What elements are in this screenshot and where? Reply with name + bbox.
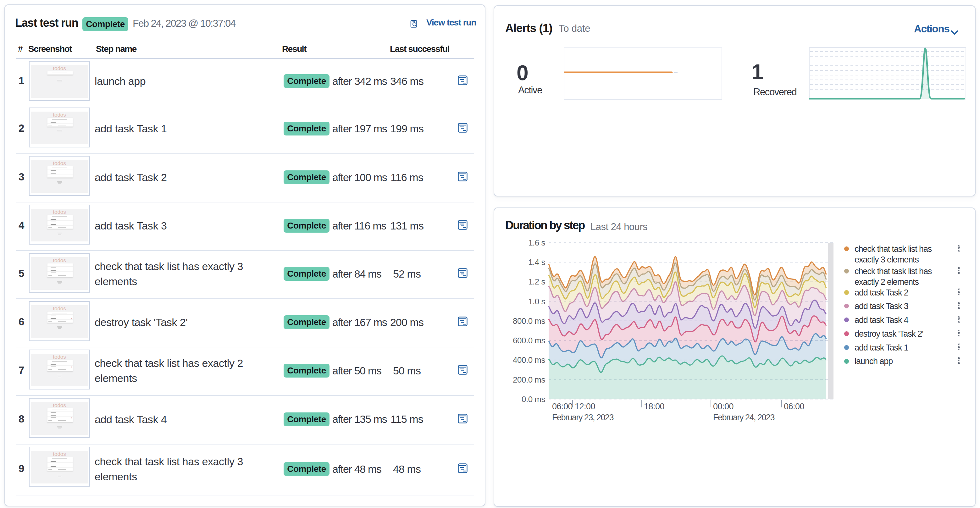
svg-text:0.0 ms: 0.0 ms [522, 395, 546, 404]
svg-text:06:00: 06:00 [784, 402, 804, 411]
svg-text:400.0 ms: 400.0 ms [513, 355, 545, 365]
svg-text:February 23, 2023: February 23, 2023 [552, 413, 614, 422]
svg-text:1.2 s: 1.2 s [528, 277, 545, 286]
svg-text:February 24, 2023: February 24, 2023 [713, 413, 775, 422]
svg-text:00:00: 00:00 [713, 402, 733, 411]
svg-text:600.0 ms: 600.0 ms [513, 336, 545, 345]
svg-text:1.6 s: 1.6 s [528, 238, 545, 248]
svg-text:800.0 ms: 800.0 ms [513, 316, 545, 325]
svg-text:1.0 s: 1.0 s [528, 297, 545, 306]
svg-text:12:00: 12:00 [575, 402, 595, 411]
svg-text:18:00: 18:00 [644, 402, 664, 411]
svg-text:1.4 s: 1.4 s [528, 257, 545, 267]
svg-text:200.0 ms: 200.0 ms [513, 375, 545, 384]
svg-text:06:00: 06:00 [552, 402, 573, 411]
